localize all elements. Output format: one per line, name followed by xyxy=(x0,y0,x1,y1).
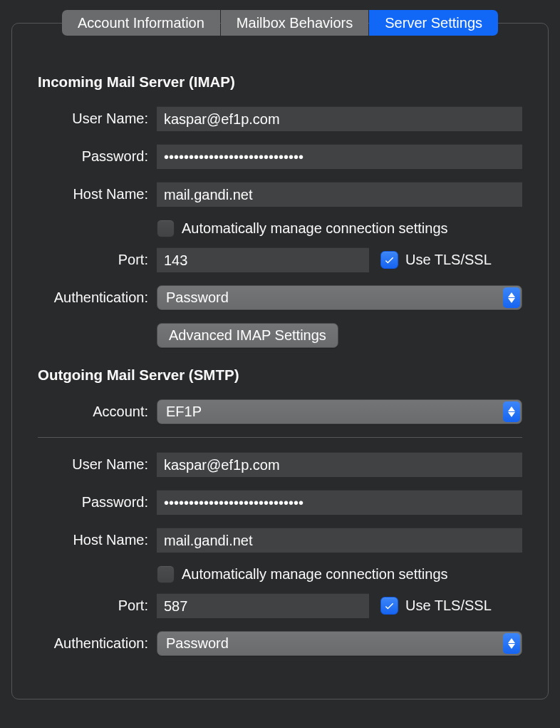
settings-window: Account Information Mailbox Behaviors Se… xyxy=(0,0,560,712)
outgoing-password-field[interactable] xyxy=(157,490,522,515)
updown-icon xyxy=(503,287,520,308)
incoming-auto-manage-checkbox[interactable] xyxy=(157,220,175,237)
outgoing-account-label: Account: xyxy=(38,404,157,420)
tab-bar: Account Information Mailbox Behaviors Se… xyxy=(0,10,560,36)
tab-mailbox-behaviors[interactable]: Mailbox Behaviors xyxy=(221,10,368,36)
incoming-username-field[interactable] xyxy=(157,106,522,131)
incoming-hostname-label: Host Name: xyxy=(38,186,157,202)
outgoing-hostname-field[interactable] xyxy=(157,528,522,553)
incoming-port-field[interactable] xyxy=(157,247,369,272)
incoming-authentication-select[interactable]: Password xyxy=(157,285,522,310)
incoming-section-title: Incoming Mail Server (IMAP) xyxy=(38,73,522,91)
outgoing-password-label: Password: xyxy=(38,494,157,511)
outgoing-port-field[interactable] xyxy=(157,593,369,618)
outgoing-account-value: EF1P xyxy=(166,404,202,419)
outgoing-account-select[interactable]: EF1P xyxy=(157,399,522,424)
updown-icon xyxy=(503,633,520,654)
incoming-tls-label[interactable]: Use TLS/SSL xyxy=(405,252,492,268)
outgoing-auto-manage-label[interactable]: Automatically manage connection settings xyxy=(182,566,448,583)
advanced-imap-settings-button[interactable]: Advanced IMAP Settings xyxy=(157,323,338,348)
incoming-authentication-value: Password xyxy=(166,289,229,305)
outgoing-divider xyxy=(38,437,522,438)
outgoing-authentication-value: Password xyxy=(166,635,229,651)
outgoing-tls-label[interactable]: Use TLS/SSL xyxy=(405,598,492,614)
incoming-password-label: Password: xyxy=(38,148,157,165)
incoming-hostname-field[interactable] xyxy=(157,182,522,207)
check-icon xyxy=(383,254,395,266)
check-icon xyxy=(383,600,395,612)
incoming-authentication-label: Authentication: xyxy=(38,289,157,306)
outgoing-authentication-select[interactable]: Password xyxy=(157,631,522,656)
outgoing-tls-checkbox[interactable] xyxy=(380,597,398,615)
incoming-port-label: Port: xyxy=(38,252,157,268)
updown-icon xyxy=(503,401,520,422)
server-settings-panel: Incoming Mail Server (IMAP) User Name: P… xyxy=(11,23,549,699)
outgoing-section-title: Outgoing Mail Server (SMTP) xyxy=(38,366,522,384)
outgoing-hostname-label: Host Name: xyxy=(38,532,157,548)
outgoing-username-label: User Name: xyxy=(38,456,157,473)
outgoing-auto-manage-checkbox[interactable] xyxy=(157,565,175,583)
incoming-password-field[interactable] xyxy=(157,144,522,169)
outgoing-username-field[interactable] xyxy=(157,452,522,477)
incoming-username-label: User Name: xyxy=(38,111,157,127)
incoming-auto-manage-label[interactable]: Automatically manage connection settings xyxy=(182,220,448,237)
outgoing-port-label: Port: xyxy=(38,598,157,614)
incoming-tls-checkbox[interactable] xyxy=(380,251,398,269)
tab-server-settings[interactable]: Server Settings xyxy=(369,10,498,36)
outgoing-authentication-label: Authentication: xyxy=(38,635,157,652)
tab-account-information[interactable]: Account Information xyxy=(62,10,220,36)
